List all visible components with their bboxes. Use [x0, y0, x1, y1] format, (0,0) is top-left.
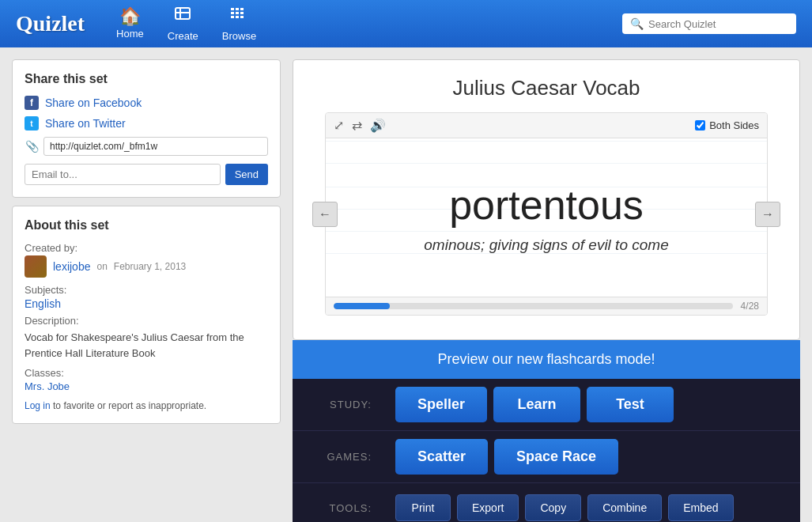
url-row: 📎 — [25, 137, 268, 156]
user-row: lexijobe on February 1, 2013 — [25, 255, 268, 278]
class-link[interactable]: Mrs. Jobe — [25, 380, 70, 392]
about-panel: About this set Created by: lexijobe on F… — [12, 206, 281, 424]
twitter-share-label: Share on Twitter — [45, 117, 126, 130]
create-icon — [173, 6, 192, 28]
svg-rect-6 — [231, 12, 234, 14]
svg-rect-7 — [236, 12, 239, 14]
share-panel-title: Share this set — [25, 72, 268, 86]
avatar — [25, 255, 47, 278]
both-sides-text: Both Sides — [709, 119, 759, 131]
search-input[interactable] — [648, 18, 788, 30]
nav-browse-label: Browse — [222, 30, 256, 42]
flashcard-toolbar: ⤢ ⇄ 🔊 Both Sides — [326, 113, 767, 138]
progress-bar-track — [334, 303, 733, 309]
progress-bar-fill — [334, 303, 390, 309]
svg-rect-3 — [231, 8, 234, 10]
flashcard-body[interactable]: portentous ominous; giving signs of evil… — [326, 138, 767, 297]
flashcard-wrapper: ← ⤢ ⇄ 🔊 Both Sides — [325, 112, 768, 316]
flashcard: ⤢ ⇄ 🔊 Both Sides portentous ominous; giv… — [325, 112, 768, 316]
tools-label: TOOLS: — [293, 502, 387, 514]
card-word: portentous — [449, 181, 644, 229]
facebook-share-link[interactable]: f Share on Facebook — [25, 96, 268, 110]
svg-rect-10 — [236, 16, 239, 18]
twitter-icon: t — [25, 116, 39, 130]
main-layout: Share this set f Share on Facebook t Sha… — [0, 47, 812, 522]
created-by-label: Created by: — [25, 242, 268, 254]
url-input-field[interactable] — [43, 137, 268, 156]
tools-buttons: Print Export Copy Combine Embed — [387, 486, 800, 522]
description-label: Description: — [25, 315, 268, 327]
content-panel: Julius Caesar Vocab ← ⤢ ⇄ 🔊 Both Sides — [293, 59, 800, 340]
about-panel-title: About this set — [25, 218, 268, 233]
nav-home[interactable]: 🏠 Home — [116, 8, 144, 40]
test-button[interactable]: Test — [587, 387, 674, 422]
on-text: on — [96, 261, 107, 272]
subject-link[interactable]: English — [25, 297, 61, 310]
search-icon: 🔍 — [630, 17, 644, 30]
games-row: GAMES: Scatter Space Race — [293, 431, 800, 483]
both-sides-checkbox[interactable] — [695, 120, 705, 130]
link-icon: 📎 — [25, 139, 39, 153]
nav-create[interactable]: Create — [168, 6, 198, 42]
logo[interactable]: Quizlet — [16, 11, 85, 36]
log-in-suffix: to favorite or report as inappropriate. — [51, 400, 206, 411]
created-date: February 1, 2013 — [114, 261, 186, 272]
print-button[interactable]: Print — [395, 494, 451, 521]
combine-button[interactable]: Combine — [587, 494, 662, 521]
toolbar-left: ⤢ ⇄ 🔊 — [334, 118, 386, 133]
share-panel: Share this set f Share on Facebook t Sha… — [12, 59, 281, 198]
prev-card-button[interactable]: ← — [312, 202, 338, 227]
header: Quizlet 🏠 Home Create Browse 🔍 — [0, 0, 812, 47]
learn-button[interactable]: Learn — [493, 387, 580, 422]
svg-rect-11 — [240, 16, 244, 18]
study-label: STUDY: — [293, 399, 387, 410]
svg-rect-9 — [231, 16, 234, 18]
export-button[interactable]: Export — [457, 494, 519, 521]
preview-banner[interactable]: Preview our new flashcards mode! — [293, 340, 800, 379]
classes-row: Mrs. Jobe — [25, 380, 268, 392]
svg-rect-5 — [240, 8, 244, 10]
nav-create-label: Create — [168, 30, 198, 42]
shuffle-icon[interactable]: ⇄ — [352, 118, 362, 133]
tools-row: TOOLS: Print Export Copy Combine Embed — [293, 483, 800, 522]
flashcard-footer: 4/28 — [326, 297, 767, 315]
twitter-share-link[interactable]: t Share on Twitter — [25, 116, 268, 130]
progress-count: 4/28 — [741, 301, 759, 312]
nav-browse[interactable]: Browse — [222, 6, 256, 42]
home-icon: 🏠 — [119, 8, 141, 25]
nav-home-label: Home — [116, 28, 144, 40]
copy-button[interactable]: Copy — [525, 494, 581, 521]
send-button[interactable]: Send — [225, 164, 268, 185]
embed-button[interactable]: Embed — [668, 494, 733, 521]
facebook-icon: f — [25, 96, 39, 110]
study-buttons: Speller Learn Test — [387, 379, 800, 430]
subjects-row: English — [25, 297, 268, 310]
both-sides-label: Both Sides — [695, 119, 759, 131]
audio-icon[interactable]: 🔊 — [370, 118, 386, 133]
tools-container: STUDY: Speller Learn Test GAMES: Scatter… — [293, 379, 800, 522]
fullscreen-icon[interactable]: ⤢ — [334, 118, 344, 133]
scatter-button[interactable]: Scatter — [395, 439, 488, 475]
email-input[interactable] — [25, 164, 221, 185]
games-buttons: Scatter Space Race — [387, 431, 800, 482]
card-definition: ominous; giving signs of evil to come — [424, 236, 668, 254]
sidebar: Share this set f Share on Facebook t Sha… — [12, 59, 281, 522]
speller-button[interactable]: Speller — [395, 387, 487, 422]
subjects-label: Subjects: — [25, 284, 268, 296]
svg-rect-4 — [236, 8, 239, 10]
set-title: Julius Caesar Vocab — [309, 76, 784, 100]
browse-icon — [229, 6, 248, 28]
log-in-link[interactable]: Log in — [25, 400, 51, 411]
classes-label: Classes: — [25, 367, 268, 379]
games-label: GAMES: — [293, 451, 387, 463]
log-in-text: Log in to favorite or report as inapprop… — [25, 400, 268, 411]
study-row: STUDY: Speller Learn Test — [293, 379, 800, 431]
next-card-button[interactable]: → — [755, 202, 780, 227]
svg-rect-8 — [240, 12, 244, 14]
facebook-share-label: Share on Facebook — [45, 96, 142, 109]
search-bar[interactable]: 🔍 — [622, 13, 796, 34]
username-link[interactable]: lexijobe — [53, 260, 90, 273]
content-area: Julius Caesar Vocab ← ⤢ ⇄ 🔊 Both Sides — [293, 59, 800, 522]
email-row: Send — [25, 164, 268, 185]
space-race-button[interactable]: Space Race — [494, 439, 618, 475]
